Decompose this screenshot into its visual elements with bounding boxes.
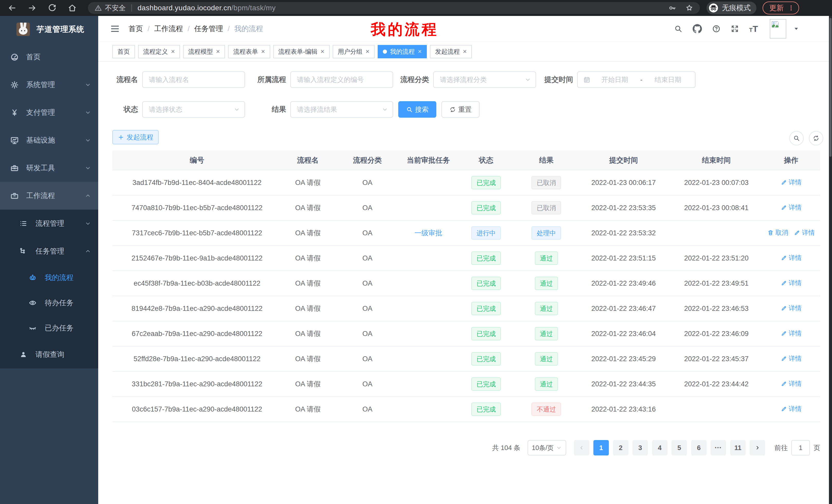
breadcrumb-item[interactable]: 任务管理 xyxy=(194,24,223,34)
column-header: 流程名 xyxy=(282,150,334,170)
url-bar[interactable]: 不安全 dashboard.yudao.iocoder.cn/bpm/task/… xyxy=(88,2,700,14)
sidebar-item-infra[interactable]: 基础设施 xyxy=(0,127,98,154)
more-pages-button[interactable]: ••• xyxy=(711,440,726,455)
close-tab-icon[interactable]: × xyxy=(321,48,324,55)
close-tab-icon[interactable]: × xyxy=(463,48,467,55)
tab-create-process[interactable]: 发起流程× xyxy=(430,45,472,58)
sidebar-toggle-icon[interactable] xyxy=(110,24,120,34)
submit-time-range-picker[interactable]: 开始日期 - 结束日期 xyxy=(577,72,696,88)
help-icon[interactable] xyxy=(712,25,721,33)
browser-home-icon[interactable] xyxy=(68,4,77,12)
breadcrumb-item[interactable]: 首页 xyxy=(129,24,143,34)
status-select[interactable]: 请选择状态 xyxy=(142,101,245,118)
sidebar-item-system[interactable]: 系统管理 xyxy=(0,71,98,99)
page-button-5[interactable]: 5 xyxy=(672,440,687,455)
browser-back-icon[interactable] xyxy=(8,4,17,12)
detail-link[interactable]: 详情 xyxy=(781,354,802,363)
create-process-button[interactable]: 发起流程 xyxy=(112,130,159,144)
result-badge: 通过 xyxy=(535,251,558,265)
search-button[interactable]: 搜索 xyxy=(398,101,436,118)
page-button-3[interactable]: 3 xyxy=(632,440,648,455)
page-button-4[interactable]: 4 xyxy=(652,440,668,455)
cell-category: OA xyxy=(334,321,401,346)
avatar-dropdown-caret-icon[interactable] xyxy=(794,26,799,32)
page-button-2[interactable]: 2 xyxy=(613,440,628,455)
result-badge: 通过 xyxy=(535,352,558,366)
password-key-icon[interactable] xyxy=(669,4,676,12)
result-select[interactable]: 请选择流结果 xyxy=(290,101,393,118)
sidebar-item-process-mgmt[interactable]: 流程管理 xyxy=(0,209,98,237)
not-secure-warning-icon[interactable] xyxy=(95,4,102,11)
tab-process-definition[interactable]: 流程定义× xyxy=(138,45,180,58)
scrollbar-thumb[interactable] xyxy=(829,18,831,157)
breadcrumb-item[interactable]: 工作流程 xyxy=(154,24,183,34)
close-tab-icon[interactable]: × xyxy=(366,48,369,55)
user-avatar[interactable] xyxy=(770,19,786,38)
detail-link[interactable]: 详情 xyxy=(781,404,802,413)
prev-page-button[interactable] xyxy=(574,440,589,455)
sidebar-item-workflow[interactable]: 工作流程 xyxy=(0,182,98,209)
tab-process-model[interactable]: 流程模型× xyxy=(183,45,225,58)
sidebar-item-devtools[interactable]: 研发工具 xyxy=(0,154,98,182)
cell-current-task xyxy=(401,271,456,296)
detail-link[interactable]: 详情 xyxy=(781,279,802,287)
end-date-placeholder[interactable]: 结束日期 xyxy=(644,75,693,84)
detail-link[interactable]: 详情 xyxy=(781,178,802,187)
close-tab-icon[interactable]: × xyxy=(171,48,175,55)
start-date-placeholder[interactable]: 开始日期 xyxy=(590,75,639,84)
header-search-icon[interactable] xyxy=(674,25,682,33)
sidebar-item-payment[interactable]: 支付管理 xyxy=(0,99,98,127)
sidebar-item-todo-task[interactable]: 待办任务 xyxy=(0,290,98,315)
close-tab-icon[interactable]: × xyxy=(216,48,220,55)
reset-button[interactable]: 重置 xyxy=(441,101,479,118)
page-button-6[interactable]: 6 xyxy=(691,440,706,455)
browser-forward-icon[interactable] xyxy=(28,4,36,12)
process-name-input[interactable] xyxy=(142,72,245,88)
tab-process-form[interactable]: 流程表单× xyxy=(228,45,270,58)
tab-home[interactable]: 首页 xyxy=(112,45,135,58)
goto-page-input[interactable] xyxy=(791,440,810,455)
search-button-label: 搜索 xyxy=(415,105,428,114)
detail-link[interactable]: 详情 xyxy=(781,254,802,262)
page-scrollbar[interactable] xyxy=(829,16,832,504)
cell-category: OA xyxy=(334,346,401,371)
calendar-icon xyxy=(583,76,590,83)
table-search-toggle-button[interactable] xyxy=(789,131,804,145)
update-button[interactable]: 更新 xyxy=(762,2,799,15)
detail-link[interactable]: 详情 xyxy=(794,228,815,237)
detail-link[interactable]: 详情 xyxy=(781,304,802,312)
table-refresh-button[interactable] xyxy=(809,131,823,145)
close-tab-icon[interactable]: × xyxy=(261,48,265,55)
bookmark-star-icon[interactable] xyxy=(685,4,693,12)
page-button-11[interactable]: 11 xyxy=(730,440,746,455)
sidebar-item-done-task[interactable]: 已办任务 xyxy=(0,315,98,341)
tab-user-group[interactable]: 用户分组× xyxy=(333,45,374,58)
tab-process-form-edit[interactable]: 流程表单-编辑× xyxy=(273,45,330,58)
browser-menu-icon[interactable] xyxy=(788,5,795,11)
category-select[interactable]: 请选择流程分类 xyxy=(433,72,536,88)
fullscreen-icon[interactable] xyxy=(731,25,739,33)
current-task-link[interactable]: 一级审批 xyxy=(414,229,442,237)
font-size-icon[interactable]: TT xyxy=(749,24,758,33)
detail-link[interactable]: 详情 xyxy=(781,380,802,388)
cancel-link[interactable]: 取消 xyxy=(768,228,788,237)
page-size-select[interactable]: 10条/页 xyxy=(527,440,566,455)
tab-my-process[interactable]: 我的流程× xyxy=(378,45,427,58)
sidebar-item-leave-query[interactable]: 请假查询 xyxy=(0,341,98,368)
filter-time-label: 提交时间 xyxy=(542,75,573,85)
sidebar-item-label: 流程管理 xyxy=(35,219,64,228)
sidebar-item-home[interactable]: 首页 xyxy=(0,43,98,71)
sidebar-item-task-mgmt[interactable]: 任务管理 xyxy=(0,237,98,265)
close-tab-icon[interactable]: × xyxy=(418,48,422,55)
filter-definition-label: 所属流程 xyxy=(255,75,286,85)
detail-link[interactable]: 详情 xyxy=(781,203,802,212)
sidebar-item-my-process[interactable]: 我的流程 xyxy=(0,265,98,290)
chevron-down-icon xyxy=(85,137,91,143)
browser-reload-icon[interactable] xyxy=(48,4,57,12)
process-definition-input[interactable] xyxy=(290,72,393,88)
github-icon[interactable] xyxy=(693,24,702,33)
cell-actions: 详情 xyxy=(762,321,820,346)
detail-link[interactable]: 详情 xyxy=(781,329,802,338)
page-button-1[interactable]: 1 xyxy=(593,440,609,455)
next-page-button[interactable] xyxy=(750,440,765,455)
